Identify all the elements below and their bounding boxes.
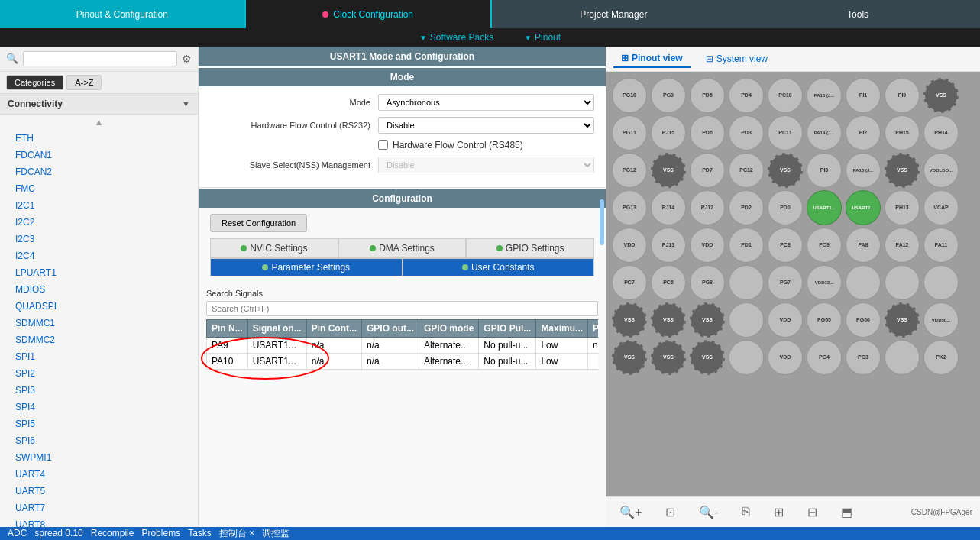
pin-PC6[interactable]: PC6 [651, 265, 686, 300]
pin-PC9[interactable]: PC9 [807, 228, 842, 263]
view-tab-pinout[interactable]: ⊞ Pinout view [613, 50, 691, 68]
tab-tools[interactable]: Tools [736, 0, 980, 28]
slave-select-dropdown[interactable]: Disable [378, 157, 594, 173]
pin-VSS-9[interactable]: VSS [612, 340, 647, 375]
sidebar-item-sdmmc1[interactable]: SDMMC1 [0, 315, 198, 331]
tab-nvic[interactable]: NVIC Settings [210, 238, 338, 258]
pin-VSS-5[interactable]: VSS [612, 302, 647, 338]
sidebar-item-uart8[interactable]: UART8 [0, 516, 198, 527]
pin-PD4[interactable]: PD4 [729, 78, 764, 113]
pin-PG8[interactable]: PG8 [690, 265, 725, 300]
split-icon[interactable]: ⊟ [801, 502, 823, 522]
sidebar-item-i2c3[interactable]: I2C3 [0, 231, 198, 247]
sidebar-item-sdmmc2[interactable]: SDMMC2 [0, 331, 198, 348]
sidebar-item-fmc[interactable]: FMC [0, 180, 198, 197]
pin-PI0[interactable]: PI0 [885, 78, 920, 113]
pin-PA12[interactable]: PA12 [885, 228, 920, 263]
sidebar-item-uart7[interactable]: UART7 [0, 500, 198, 516]
view-tab-system[interactable]: ⊟ System view [698, 50, 775, 67]
search-input[interactable] [23, 51, 177, 66]
pin-PG9[interactable]: PG9 [651, 78, 686, 113]
pin-PG4[interactable]: PG4 [807, 340, 842, 375]
search-signals-input[interactable] [206, 301, 598, 316]
tab-clock[interactable]: Clock Configuration [244, 0, 492, 28]
category-header[interactable]: Connectivity ▼ [0, 94, 198, 115]
pin-PC10[interactable]: PC10 [768, 78, 803, 113]
pin-PI3[interactable]: PI3 [807, 153, 842, 188]
pin-PA15[interactable]: PA15 (J... [807, 78, 842, 113]
export-icon[interactable]: ⬒ [835, 502, 859, 522]
sidebar-item-i2c1[interactable]: I2C1 [0, 197, 198, 214]
pin-PD7[interactable]: PD7 [690, 153, 725, 188]
pin-PG66[interactable]: PG66 [846, 302, 881, 338]
sidebar-item-spi3[interactable]: SPI3 [0, 382, 198, 399]
zoom-out-icon[interactable]: 🔍- [693, 502, 724, 522]
pin-VDDLDO[interactable]: VDDLDO... [923, 153, 959, 188]
sidebar-item-fdcan1[interactable]: FDCAN1 [0, 147, 198, 163]
pin-PD6[interactable]: PD6 [690, 115, 725, 150]
pin-VSS-7[interactable]: VSS [690, 302, 725, 338]
pin-VDD33[interactable]: VDD33... [807, 265, 842, 300]
sidebar-item-spi1[interactable]: SPI1 [0, 348, 198, 365]
pin-PH14[interactable]: PH14 [923, 115, 959, 150]
pin-PG10[interactable]: PG10 [612, 78, 647, 113]
pin-VSS-3[interactable]: VSS [768, 153, 803, 188]
tab-dma[interactable]: DMA Settings [338, 238, 467, 258]
status-recompile[interactable]: Recompile [91, 528, 134, 538]
pin-VDD-2[interactable]: VDD [690, 228, 725, 263]
pin-USART1-RX[interactable]: USART1... [846, 190, 881, 225]
tab-user-constants[interactable]: User Constants [403, 258, 595, 276]
pin-PC11[interactable]: PC11 [768, 115, 803, 150]
status-console[interactable]: 控制台 × [219, 527, 254, 540]
zoom-in-icon[interactable]: 🔍+ [613, 502, 648, 522]
sidebar-item-swpmi1[interactable]: SWPMI1 [0, 449, 198, 466]
pin-PC12[interactable]: PC12 [729, 153, 764, 188]
tab-param[interactable]: Parameter Settings [210, 258, 403, 276]
sidebar-item-spi2[interactable]: SPI2 [0, 365, 198, 382]
sidebar-item-eth[interactable]: ETH [0, 130, 198, 147]
pin-PH15[interactable]: PH15 [885, 115, 920, 150]
table-row[interactable]: PA9 USART1... n/a n/a Alternate... No pu… [207, 337, 599, 353]
pin-PK2[interactable]: PK2 [923, 340, 959, 375]
scroll-up-button[interactable]: ▲ [0, 115, 198, 130]
pin-VDD-3[interactable]: VDD [768, 302, 803, 338]
sidebar-item-spi4[interactable]: SPI4 [0, 399, 198, 416]
pin-PA13[interactable]: PA13 (J... [846, 153, 881, 188]
tab-categories[interactable]: Categories [6, 75, 63, 90]
sidebar-item-lpuart1[interactable]: LPUART1 [0, 264, 198, 281]
reset-config-button[interactable]: Reset Configuration [210, 214, 307, 232]
pin-PJ14[interactable]: PJ14 [651, 190, 686, 225]
pin-PG3[interactable]: PG3 [846, 340, 881, 375]
pin-VCAP[interactable]: VCAP [923, 190, 959, 225]
pin-PD1[interactable]: PD1 [729, 228, 764, 263]
pin-PJ15[interactable]: PJ15 [651, 115, 686, 150]
pin-PD5[interactable]: PD5 [690, 78, 725, 113]
pin-VSS-10[interactable]: VSS [651, 340, 686, 375]
tab-a-z[interactable]: A->Z [66, 75, 102, 90]
pin-PA8[interactable]: PA8 [846, 228, 881, 263]
sidebar-item-uart4[interactable]: UART4 [0, 466, 198, 483]
pin-PG11[interactable]: PG11 [612, 115, 647, 150]
status-monitor[interactable]: 调控监 [262, 527, 289, 540]
layout-icon[interactable]: ⊞ [768, 502, 790, 522]
sidebar-item-i2c4[interactable]: I2C4 [0, 247, 198, 264]
pin-PA14[interactable]: PA14 (J... [807, 115, 842, 150]
status-tasks[interactable]: Tasks [188, 528, 212, 538]
sidebar-item-quadspi[interactable]: QUADSPI [0, 298, 198, 315]
scrollbar-indicator[interactable] [600, 199, 604, 245]
pin-VDD-1[interactable]: VDD [612, 228, 647, 263]
pin-PD0[interactable]: PD0 [768, 190, 803, 225]
fit-icon[interactable]: ⊡ [659, 502, 681, 522]
sidebar-item-mdios[interactable]: MDIOS [0, 281, 198, 298]
table-row[interactable]: PA10 USART1... n/a n/a Alternate... No p… [207, 353, 599, 369]
pin-PD2[interactable]: PD2 [729, 190, 764, 225]
hwflow-rs485-checkbox[interactable] [378, 140, 388, 150]
hwflow-rs232-select[interactable]: Disable [378, 117, 594, 134]
pin-PG12[interactable]: PG12 [612, 153, 647, 188]
sidebar-item-spi5[interactable]: SPI5 [0, 416, 198, 432]
mode-select[interactable]: Asynchronous [378, 94, 594, 111]
pin-PI2[interactable]: PI2 [846, 115, 881, 150]
subnav-software-packs[interactable]: ▼ Software Packs [419, 32, 493, 43]
sidebar-item-fdcan2[interactable]: FDCAN2 [0, 163, 198, 180]
copy-icon[interactable]: ⎘ [736, 502, 756, 522]
